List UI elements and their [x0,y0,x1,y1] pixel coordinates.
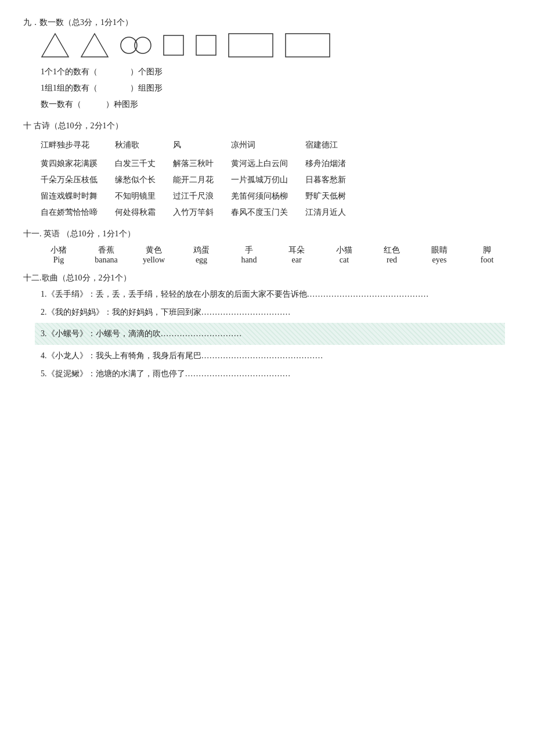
poem-3-line-4: 入竹万竿斜 [173,204,214,221]
poem-5-line-3: 野旷天低树 [305,188,346,204]
song-4: 4.《小龙人》：我头上有犄角，我身后有尾巴……………………………………… [41,348,511,363]
song-5: 5.《捉泥鳅》：池塘的水满了，雨也停了………………………………… [41,366,511,381]
poem-2: 秋浦歌 白发三千丈 缘愁似个长 不知明镜里 何处得秋霜 [115,137,156,221]
poem-4: 凉州词 黄河远上白云间 一片孤城万仞山 羌笛何须问杨柳 春风不度玉门关 [231,137,288,221]
poem-5-title: 宿建德江 [305,137,346,153]
word-en-5: hand [225,255,273,265]
svg-rect-5 [196,35,216,55]
svg-rect-7 [286,34,330,57]
poem-3-line-1: 解落三秋叶 [173,156,214,172]
word-cn-8: 红色 [368,245,416,255]
word-en-1: Pig [35,255,82,265]
section-11: 十一. 英语 （总10分，1分1个） 小猪 香蕉 黄色 鸡蛋 手 耳朵 小猫 红… [23,229,511,265]
song-1-text: 1.《丢手绢》：丢，丢，丢手绢，轻轻的放在小朋友的后面大家不要告诉他………………… [41,290,429,298]
poem-4-line-3: 羌笛何须问杨柳 [231,188,288,204]
large-rect-1-shape [228,33,274,58]
poem-3-title: 风 [173,137,214,153]
word-cn-2: 香蕉 [82,245,130,255]
double-circle-shape [120,33,152,58]
poem-4-line-1: 黄河远上白云间 [231,156,288,172]
poem-3: 风 解落三秋叶 能开二月花 过江千尺浪 入竹万竿斜 [173,137,214,221]
word-cn-10: 脚 [463,245,511,255]
poem-5-line-2: 日暮客愁新 [305,172,346,188]
poem-1-line-2: 千朵万朵压枝低 [41,172,98,188]
poem-5-line-1: 移舟泊烟渚 [305,156,346,172]
section-10: 十 古诗（总10分，2分1个） 江畔独步寻花 黄四娘家花满蹊 千朵万朵压枝低 留… [23,121,511,221]
poem-1-line-3: 留连戏蝶时时舞 [41,188,98,204]
poem-4-title: 凉州词 [231,137,288,153]
poem-1-title: 江畔独步寻花 [41,137,98,153]
count-line-3: 数一数有（ ）种图形 [41,96,511,113]
word-cn-5: 手 [225,245,273,255]
word-en-6: ear [273,255,320,265]
count-lines: 1个1个的数有（ ）个图形 1组1组的数有（ ）组图形 数一数有（ ）种图形 [41,64,511,113]
song-2-text: 2.《我的好妈妈》：我的好妈妈，下班回到家…………………………… [41,308,291,316]
song-5-text: 5.《捉泥鳅》：池塘的水满了，雨也停了………………………………… [41,369,291,378]
small-rect-1-shape [163,34,185,56]
song-3: 3.《小螺号》：小螺号，滴滴的吹………………………… [35,323,505,344]
song-1: 1.《丢手绢》：丢，丢，丢手绢，轻轻的放在小朋友的后面大家不要告诉他………………… [41,287,511,301]
word-cn-9: 眼睛 [416,245,463,255]
section-11-title: 十一. 英语 （总10分，1分1个） [23,229,511,239]
word-cn-4: 鸡蛋 [178,245,225,255]
triangle-1-shape [41,33,70,58]
count-line-2: 1组1组的数有（ ）组图形 [41,80,511,96]
poem-4-line-4: 春风不度玉门关 [231,204,288,221]
section-10-title: 十 古诗（总10分，2分1个） [23,121,511,131]
word-cn-7: 小猫 [320,245,368,255]
poem-3-line-2: 能开二月花 [173,172,214,188]
section-12: 十二.歌曲（总10分，2分1个） 1.《丢手绢》：丢，丢，丢手绢，轻轻的放在小朋… [23,273,511,381]
word-en-4: egg [178,255,225,265]
poem-3-line-3: 过江千尺浪 [173,188,214,204]
song-4-text: 4.《小龙人》：我头上有犄角，我身后有尾巴……………………………………… [41,351,323,360]
triangle-2-shape [80,33,109,58]
svg-rect-6 [229,34,273,57]
section-12-title: 十二.歌曲（总10分，2分1个） [23,273,511,283]
poem-1: 江畔独步寻花 黄四娘家花满蹊 千朵万朵压枝低 留连戏蝶时时舞 自在娇莺恰恰啼 [41,137,98,221]
section-9-title: 九．数一数（总3分，1分1个） [23,17,511,28]
svg-marker-1 [81,34,108,57]
shapes-row [41,33,511,58]
song-2: 2.《我的好妈妈》：我的好妈妈，下班回到家…………………………… [41,305,511,319]
small-rect-2-shape [195,34,217,56]
poem-2-title: 秋浦歌 [115,137,156,153]
song-3-text: 3.《小螺号》：小螺号，滴滴的吹………………………… [41,329,242,338]
poem-5-line-4: 江清月近人 [305,204,346,221]
poem-4-line-2: 一片孤城万仞山 [231,172,288,188]
large-rect-2-shape [284,33,331,58]
poem-2-line-3: 不知明镜里 [115,188,156,204]
svg-rect-4 [164,35,183,55]
poem-1-line-1: 黄四娘家花满蹊 [41,156,98,172]
word-en-8: red [368,255,416,265]
word-en-7: cat [320,255,368,265]
poem-1-line-4: 自在娇莺恰恰啼 [41,204,98,221]
poem-5: 宿建德江 移舟泊烟渚 日暮客愁新 野旷天低树 江清月近人 [305,137,346,221]
poem-2-line-1: 白发三千丈 [115,156,156,172]
word-cn-1: 小猪 [35,245,82,255]
word-en-9: eyes [416,255,463,265]
word-en-10: foot [463,255,511,265]
svg-marker-0 [42,34,68,57]
poem-2-line-4: 何处得秋霜 [115,204,156,221]
poem-2-line-2: 缘愁似个长 [115,172,156,188]
word-en-2: banana [82,255,130,265]
word-cn-3: 黄色 [130,245,178,255]
count-line-1: 1个1个的数有（ ）个图形 [41,64,511,80]
word-en-3: yellow [130,255,178,265]
word-cn-6: 耳朵 [273,245,320,255]
section-9: 九．数一数（总3分，1分1个） [23,17,511,113]
